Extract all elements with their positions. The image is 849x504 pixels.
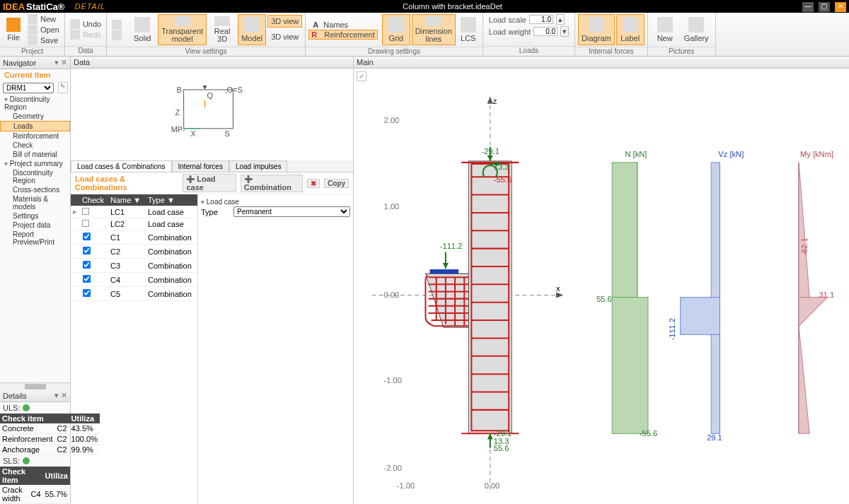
tree-reinforcement[interactable]: Reinforcement <box>0 131 70 141</box>
svg-rect-26 <box>430 269 459 274</box>
prop-group[interactable]: Load case <box>201 197 350 206</box>
tree-ps-3[interactable]: Settings <box>0 211 70 221</box>
3dview-button[interactable]: 3D view <box>267 29 302 45</box>
undo-button[interactable]: Undo <box>68 19 103 29</box>
ribbon-label: Loads <box>483 46 574 56</box>
file-menu-button[interactable]: File <box>3 14 24 45</box>
tree-ps-2[interactable]: Materials & models <box>0 194 70 211</box>
svg-text:-2.00: -2.00 <box>384 464 402 472</box>
grid-button[interactable]: Grid <box>382 14 410 45</box>
loadcase-row[interactable]: ▸ LC1Load case <box>71 206 197 218</box>
status-ok-icon <box>23 404 30 411</box>
tree-ps-0[interactable]: Discontinuity Region <box>0 168 70 185</box>
loadcase-row[interactable]: C3Combination <box>71 259 197 273</box>
panel-dropdown-icon[interactable]: ▾ ✕ <box>54 391 67 400</box>
loadcase-row[interactable]: LC2Load case <box>71 218 197 230</box>
tree-ps-5[interactable]: Report Preview/Print <box>0 230 70 247</box>
svg-text:-62.1: -62.1 <box>800 238 809 255</box>
ribbon-group-view: Solid Transparent model Real 3D Model 3D… <box>107 13 306 56</box>
axis-icon <box>112 30 122 40</box>
svg-text:,O=S: ,O=S <box>224 86 242 94</box>
tree-bom[interactable]: Bill of material <box>0 150 70 159</box>
svg-marker-80 <box>799 326 809 433</box>
load-weight-label: Load weight <box>489 28 531 36</box>
model-button[interactable]: Model <box>238 14 266 45</box>
save-button[interactable]: Save <box>25 35 62 45</box>
new-picture-button[interactable]: New <box>651 14 679 45</box>
dimension-button[interactable]: Dimension lines <box>412 14 456 45</box>
svg-text:Z: Z <box>175 108 180 117</box>
svg-marker-78 <box>799 163 809 298</box>
svg-marker-61 <box>443 263 449 269</box>
ribbon-group-drawing: ANames RReinforcement Grid Dimension lin… <box>306 13 483 56</box>
svg-rect-73 <box>711 334 720 433</box>
gallery-button[interactable]: Gallery <box>681 14 712 45</box>
gallery-icon <box>688 17 704 33</box>
maximize-button[interactable]: ▢ <box>819 2 830 12</box>
add-loadcase-button[interactable]: ➕ Load case <box>183 174 236 192</box>
loadcase-row[interactable]: C5Combination <box>71 287 197 301</box>
minimize-button[interactable]: — <box>802 2 814 12</box>
lcs-button[interactable]: LCS <box>457 14 480 45</box>
tree-discontinuity[interactable]: Discontinuity Region <box>0 95 70 112</box>
real3d-button[interactable]: Real 3D <box>208 14 236 45</box>
reinforcement-toggle[interactable]: RReinforcement <box>308 30 378 40</box>
load-weight-input[interactable] <box>533 27 558 36</box>
tree-geometry[interactable]: Geometry <box>0 112 70 121</box>
model-preview[interactable]: B Q Z MP- X S ,O=S <box>71 69 353 160</box>
transparent-icon <box>175 16 190 26</box>
redo-button[interactable]: Redo <box>68 30 103 40</box>
tree-check[interactable]: Check <box>0 141 70 150</box>
open-button[interactable]: Open <box>25 25 62 35</box>
add-combination-button[interactable]: ➕ Combination <box>241 175 303 192</box>
edit-item-button[interactable]: ✎ <box>58 82 68 93</box>
loadcases-header: Load cases & Combinations ➕ Load case ➕ … <box>71 172 353 194</box>
tree-ps-4[interactable]: Project data <box>0 221 70 230</box>
document-title: Column with bracket.ideaDet <box>105 2 799 11</box>
copy-button[interactable]: Copy <box>324 179 349 188</box>
data-title: Data <box>71 57 353 69</box>
undo-icon <box>70 19 80 29</box>
ribbon-label: Drawing settings <box>306 47 483 56</box>
uls-status: ULS: <box>0 402 70 414</box>
names-toggle[interactable]: ANames <box>308 20 378 29</box>
panel-dropdown-icon[interactable]: ▾ ✕ <box>54 58 67 67</box>
3dview-toggle[interactable]: 3D view <box>267 15 302 28</box>
tab-loadcases[interactable]: Load cases & Combinations <box>71 160 172 172</box>
main-canvas[interactable]: ⤢ z x 2.00 1.00 0.00 -1.00 -2.00 -1.00 0… <box>354 69 849 504</box>
label-button[interactable]: Label <box>616 14 645 45</box>
tree-loads[interactable]: Loads <box>0 121 70 131</box>
app-logo: IDEA <box>3 1 25 12</box>
axis-a-toggle[interactable] <box>110 20 124 30</box>
tree-ps-1[interactable]: Cross-sections <box>0 185 70 194</box>
solid-button[interactable]: Solid <box>128 14 156 45</box>
stepper-icon[interactable]: ▴ <box>556 14 565 25</box>
main-title: Main <box>354 57 849 69</box>
current-item-select[interactable]: DRM1 <box>3 83 54 93</box>
tab-load-impulses[interactable]: Load impulses <box>229 160 287 172</box>
axis-b-toggle[interactable] <box>110 30 124 40</box>
svg-text:X: X <box>191 129 197 138</box>
nav-scrollbar[interactable] <box>0 382 70 389</box>
tab-internal-forces[interactable]: Internal forces <box>172 160 229 172</box>
close-button[interactable]: ✕ <box>835 2 846 12</box>
loadcase-row[interactable]: C1Combination <box>71 230 197 245</box>
delete-button[interactable]: ✖ <box>307 179 320 188</box>
current-item-header: Current item <box>0 69 70 81</box>
prop-type-select[interactable]: Permanent <box>233 206 350 217</box>
diagram-button[interactable]: Diagram <box>578 14 615 45</box>
svg-text:Vz [kN]: Vz [kN] <box>718 150 744 158</box>
loadcase-row[interactable]: C4Combination <box>71 273 197 287</box>
tree-project-summary[interactable]: Project summary <box>0 159 70 168</box>
label-icon <box>623 17 638 33</box>
save-icon <box>28 35 37 45</box>
load-scale-input[interactable] <box>529 15 553 24</box>
stepper-icon[interactable]: ▾ <box>560 26 569 37</box>
new-button[interactable]: New <box>25 14 62 24</box>
svg-marker-56 <box>487 433 493 439</box>
loadcase-row[interactable]: C2Combination <box>71 245 197 259</box>
expand-icon[interactable]: ⤢ <box>357 71 366 81</box>
transparent-button[interactable]: Transparent model <box>158 14 207 45</box>
ribbon-group-project: File New Open Save Project <box>0 13 65 56</box>
ribbon: File New Open Save Project Undo Redo Dat… <box>0 13 849 57</box>
